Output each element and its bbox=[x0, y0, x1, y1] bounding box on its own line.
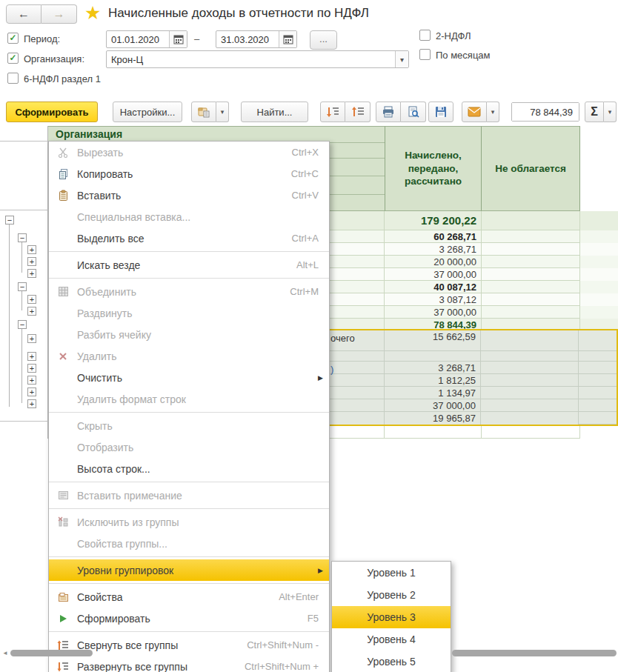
accrued-column-header[interactable]: Начислено, передано, рассчитано bbox=[385, 126, 482, 211]
expand-group-toggle[interactable]: + bbox=[27, 245, 36, 254]
menu-item-paste-special[interactable]: Специальная вставка... bbox=[49, 206, 329, 227]
submenu-item-level-3[interactable]: Уровень 3 bbox=[332, 606, 451, 628]
expand-group-toggle[interactable]: + bbox=[27, 399, 36, 408]
menu-item-cut[interactable]: Вырезать Ctrl+X bbox=[49, 142, 329, 163]
sum-dropdown-icon[interactable]: ▾ bbox=[604, 102, 617, 122]
menu-item-exclude-from-group[interactable]: Исключить из группы bbox=[49, 511, 329, 533]
scroll-left-arrow-icon[interactable]: ◄ bbox=[2, 650, 8, 656]
combo-dropdown-icon[interactable]: ▾ bbox=[395, 51, 408, 67]
total-input[interactable] bbox=[512, 103, 579, 121]
menu-item-merge[interactable]: Объединить Ctrl+M bbox=[49, 281, 329, 302]
expand-group-toggle[interactable]: + bbox=[27, 387, 36, 396]
mail-dropdown-icon[interactable]: ▾ bbox=[487, 102, 499, 122]
menu-item-select-all[interactable]: Выделить все Ctrl+A bbox=[49, 227, 329, 249]
table-row[interactable] bbox=[330, 351, 617, 362]
submenu-item-level-1[interactable]: Уровень 1 bbox=[332, 562, 451, 584]
find-button[interactable]: Найти... bbox=[241, 102, 308, 122]
menu-item-delete[interactable]: Удалить bbox=[49, 345, 329, 367]
table-row[interactable]: 37 000,00 bbox=[330, 268, 618, 281]
expand-group-toggle[interactable]: + bbox=[27, 257, 36, 266]
ndfl6-checkbox[interactable] bbox=[7, 73, 19, 84]
group-toggle-buttons bbox=[320, 102, 371, 122]
ndfl2-checkbox[interactable] bbox=[419, 30, 431, 41]
expand-group-toggle[interactable]: + bbox=[27, 352, 36, 361]
menu-item-row-height[interactable]: Высота строк... bbox=[49, 458, 329, 479]
horizontal-scrollbar-thumb-left[interactable] bbox=[10, 650, 93, 656]
collapse-group-toggle[interactable]: − bbox=[5, 216, 14, 224]
collapse-group-toggle[interactable]: − bbox=[18, 320, 27, 329]
period-more-button[interactable]: ... bbox=[310, 30, 337, 50]
collapse-group-toggle[interactable]: − bbox=[18, 233, 27, 242]
table-row[interactable]: очего 15 662,59 bbox=[330, 330, 617, 351]
menu-item-clear[interactable]: Очистить ▶ bbox=[49, 367, 329, 388]
sum-button[interactable]: Σ bbox=[585, 102, 604, 122]
org-column-header[interactable]: Организация bbox=[48, 126, 385, 141]
back-button[interactable]: ← bbox=[6, 4, 41, 24]
menu-item-hide[interactable]: Скрыть bbox=[49, 415, 329, 436]
table-row[interactable]: 1 812,25 bbox=[330, 374, 617, 387]
menu-item-group-properties[interactable]: Свойства группы... bbox=[49, 533, 329, 554]
menu-item-insert-note[interactable]: Вставить примечание bbox=[49, 485, 329, 506]
menu-item-search-everywhere[interactable]: Искать везде Alt+L bbox=[49, 254, 329, 276]
collapse-groups-icon bbox=[351, 106, 365, 118]
expand-group-toggle[interactable]: + bbox=[27, 295, 36, 304]
expand-group-toggle[interactable]: + bbox=[27, 269, 36, 278]
send-mail-button[interactable] bbox=[462, 102, 487, 122]
copy-variants-button[interactable] bbox=[191, 102, 216, 122]
menu-item-split-cell[interactable]: Разбить ячейку bbox=[49, 324, 329, 345]
menu-item-grouping-levels[interactable]: Уровни группировок ▶ bbox=[49, 559, 329, 581]
table-row[interactable] bbox=[330, 426, 618, 439]
by-months-label: По месяцам bbox=[436, 50, 491, 61]
table-row[interactable]: 37 000,00 bbox=[330, 399, 617, 412]
favorite-star-icon[interactable]: ★ bbox=[84, 2, 101, 24]
calendar-icon[interactable] bbox=[169, 31, 187, 47]
collapse-groups-button[interactable] bbox=[345, 102, 371, 122]
settings-button[interactable]: Настройки... bbox=[113, 102, 182, 122]
table-row[interactable]: ) 3 268,71 bbox=[330, 362, 617, 374]
expand-groups-button[interactable] bbox=[320, 102, 345, 122]
table-row[interactable]: 60 268,71 bbox=[330, 230, 618, 243]
selected-rows[interactable]: очего 15 662,59 ) 3 268,71 1 812,25 1 13… bbox=[330, 329, 618, 426]
period-checkbox[interactable]: ✓ bbox=[7, 33, 19, 44]
menu-item-expand-all-groups[interactable]: Развернуть все группы Ctrl+Shift+Num + bbox=[49, 656, 329, 672]
save-button[interactable] bbox=[428, 102, 453, 122]
horizontal-scrollbar-thumb-right[interactable] bbox=[452, 650, 617, 656]
menu-item-spread[interactable]: Раздвинуть bbox=[49, 302, 329, 324]
table-row[interactable]: 179 200,22 bbox=[330, 211, 618, 230]
forward-button[interactable]: → bbox=[41, 4, 77, 24]
org-checkbox[interactable]: ✓ bbox=[7, 53, 19, 64]
menu-item-remove-row-format[interactable]: Удалить формат строк bbox=[49, 388, 329, 410]
menu-item-properties[interactable]: Свойства Alt+Enter bbox=[49, 586, 329, 608]
menu-item-paste[interactable]: Вставить Ctrl+V bbox=[49, 184, 329, 206]
table-row[interactable]: 78 844,39 bbox=[330, 319, 618, 329]
generate-button[interactable]: Сформировать bbox=[6, 102, 98, 122]
copy-dropdown-icon[interactable]: ▾ bbox=[216, 102, 229, 122]
period-from-input[interactable] bbox=[107, 31, 169, 47]
table-row[interactable]: 19 965,87 bbox=[330, 412, 617, 425]
collapse-group-toggle[interactable]: − bbox=[18, 282, 27, 291]
menu-item-copy[interactable]: Копировать Ctrl+C bbox=[49, 163, 329, 184]
period-to-input[interactable] bbox=[216, 31, 279, 47]
table-row[interactable]: 3 087,12 bbox=[330, 293, 618, 306]
print-button[interactable] bbox=[376, 102, 401, 122]
table-row[interactable]: 37 000,00 bbox=[330, 306, 618, 319]
print-preview-button[interactable] bbox=[401, 102, 426, 122]
menu-item-show[interactable]: Отобразить bbox=[49, 436, 329, 458]
expand-group-toggle[interactable]: + bbox=[27, 364, 36, 373]
table-row[interactable]: 1 134,97 bbox=[330, 387, 617, 399]
ndfl6-label: 6-НДФЛ раздел 1 bbox=[24, 73, 101, 84]
submenu-item-level-5[interactable]: Уровень 5 bbox=[332, 651, 451, 672]
expand-group-toggle[interactable]: + bbox=[27, 334, 36, 343]
menu-item-generate[interactable]: Сформировать F5 bbox=[49, 608, 329, 629]
calendar-icon[interactable] bbox=[279, 31, 296, 47]
submenu-item-level-2[interactable]: Уровень 2 bbox=[332, 584, 451, 606]
org-input[interactable] bbox=[107, 51, 395, 67]
by-months-checkbox[interactable] bbox=[419, 49, 431, 60]
exempt-column-header[interactable]: Не облагается bbox=[482, 126, 580, 211]
table-row[interactable]: 3 268,71 bbox=[330, 243, 618, 256]
expand-group-toggle[interactable]: + bbox=[27, 376, 36, 385]
table-row[interactable]: 40 087,12 bbox=[330, 281, 618, 293]
expand-group-toggle[interactable]: + bbox=[27, 307, 36, 316]
table-row[interactable]: 20 000,00 bbox=[330, 256, 618, 268]
submenu-item-level-4[interactable]: Уровень 4 bbox=[332, 628, 451, 651]
